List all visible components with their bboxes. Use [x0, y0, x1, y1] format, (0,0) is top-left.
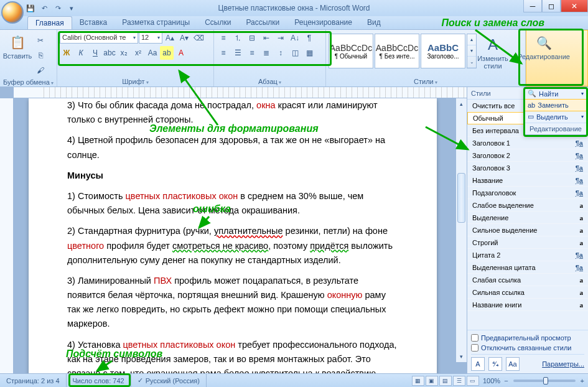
save-icon[interactable]: 💾 — [25, 2, 36, 14]
style-row[interactable]: Строгийa — [467, 236, 588, 249]
new-style-icon[interactable]: A — [471, 357, 485, 371]
font-size-combo[interactable]: 12 — [139, 31, 162, 44]
vertical-ruler[interactable] — [0, 98, 14, 373]
linked-checkbox[interactable]: Отключить связанные стили — [471, 343, 584, 353]
strike-button[interactable]: abc — [103, 46, 116, 60]
numbering-button[interactable]: ⒈ — [231, 31, 245, 45]
qat-customize-icon[interactable]: ▾ — [66, 2, 77, 14]
style-row[interactable]: Выделениеa — [467, 212, 588, 224]
subscript-button[interactable]: x₂ — [117, 46, 131, 60]
editing-button[interactable]: 🔍 Редактирование — [529, 32, 559, 63]
multilevel-button[interactable]: ⊟ — [245, 31, 259, 45]
tab-insert[interactable]: Вставка — [72, 16, 115, 29]
bold-button[interactable]: Ж — [60, 46, 73, 60]
superscript-button[interactable]: x² — [131, 46, 145, 60]
undo-icon[interactable]: ↶ — [39, 2, 50, 14]
style-row[interactable]: Слабая ссылкаa — [467, 274, 588, 286]
style-nospacing[interactable]: AaBbCcDc ¶ Без инте... — [375, 34, 419, 68]
minimize-button[interactable]: ─ — [523, 0, 542, 12]
style-row[interactable]: Подзаголовок¶a — [467, 187, 588, 199]
style-row[interactable]: Заголовок 2¶a — [467, 149, 588, 162]
cut-icon[interactable]: ✂ — [34, 34, 47, 47]
preview-checkbox[interactable]: Предварительный просмотр — [471, 333, 584, 343]
page-indicator[interactable]: Страница: 2 из 4 — [0, 374, 67, 387]
zoom-slider[interactable] — [513, 380, 576, 382]
styles-options-link[interactable]: Параметры... — [542, 360, 584, 368]
highlight-button[interactable]: ab — [160, 46, 174, 60]
scroll-up-icon[interactable]: ▴ — [456, 98, 467, 110]
align-center-button[interactable]: ☰ — [231, 46, 245, 60]
select-button[interactable]: ▭Выделить▾ — [525, 111, 587, 123]
show-marks-button[interactable]: ¶ — [302, 31, 316, 45]
zoom-value[interactable]: 100% — [483, 377, 500, 385]
indent-inc-button[interactable]: ⇥ — [274, 31, 287, 45]
tab-review[interactable]: Рецензирование — [287, 16, 360, 29]
underline-button[interactable]: Ч — [88, 46, 102, 60]
style-row[interactable]: Название¶a — [467, 174, 588, 187]
manage-styles-icon[interactable]: Aa — [506, 357, 520, 371]
style-row[interactable]: Название книгиa — [467, 299, 588, 311]
vertical-scrollbar[interactable]: ▴ ▾ — [455, 98, 467, 362]
tab-references[interactable]: Ссылки — [197, 16, 238, 29]
scrollbar-thumb[interactable] — [457, 173, 465, 223]
style-normal[interactable]: AaBbCcDc ¶ Обычный — [329, 34, 373, 68]
borders-button[interactable]: ▦ — [302, 46, 316, 60]
tab-view[interactable]: Вид — [360, 16, 388, 29]
redo-icon[interactable]: ↷ — [52, 2, 63, 14]
tab-home[interactable]: Главная — [27, 16, 72, 29]
language-indicator[interactable]: ✓Русский (Россия) — [131, 374, 207, 387]
style-heading1[interactable]: AaBbC Заголово... — [421, 34, 465, 68]
titlebar: 💾 ↶ ↷ ▾ Цветные пластиковые окна - Micro… — [0, 0, 588, 16]
clear-format-icon[interactable]: ⌫ — [192, 31, 205, 45]
style-row[interactable]: Сильная ссылкаa — [467, 286, 588, 299]
document-page[interactable]: 3) Что бы облик фасада дома не пострадал… — [29, 98, 437, 373]
font-name-combo[interactable]: Calibri (Основной те — [60, 31, 138, 44]
justify-button[interactable]: ≣ — [259, 46, 273, 60]
view-fullscreen[interactable]: ▣ — [426, 376, 438, 386]
change-case-button[interactable]: Aa — [146, 46, 159, 60]
style-gallery-nav[interactable]: ▴▾⌄ — [467, 34, 477, 68]
tab-mailings[interactable]: Рассылки — [238, 16, 287, 29]
zoom-in-button[interactable]: + — [581, 377, 584, 385]
scroll-down-icon[interactable]: ▾ — [456, 351, 467, 362]
style-row[interactable]: Заголовок 3¶a — [467, 162, 588, 174]
format-painter-icon[interactable]: 🖌 — [34, 63, 47, 77]
grow-font-icon[interactable]: A▴ — [163, 31, 177, 45]
group-clipboard-label: Буфер обмена — [2, 77, 54, 87]
bullets-button[interactable]: ≡ — [217, 31, 230, 45]
font-color-button[interactable]: A — [174, 46, 188, 60]
view-web[interactable]: ▤ — [439, 376, 452, 386]
style-row[interactable]: Выделенная цитата¶a — [467, 261, 588, 274]
style-row[interactable]: Цитата 2¶a — [467, 249, 588, 261]
zoom-out-button[interactable]: − — [504, 377, 508, 385]
style-row[interactable]: Слабое выделениеa — [467, 199, 588, 212]
line-spacing-button[interactable]: ↕ — [274, 46, 287, 60]
horizontal-ruler[interactable] — [14, 87, 467, 98]
view-outline[interactable]: ☰ — [453, 376, 465, 386]
change-styles-button[interactable]: A Изменить стили — [478, 34, 508, 72]
italic-button[interactable]: К — [74, 46, 88, 60]
find-button[interactable]: 🔍Найти▾ — [525, 88, 587, 100]
statusbar: Страница: 2 из 4 Число слов: 742 ✓Русски… — [0, 373, 588, 387]
shading-button[interactable]: ◫ — [288, 46, 302, 60]
word-count[interactable]: Число слов: 742 — [67, 374, 131, 387]
style-row[interactable]: Заголовок 1¶a — [467, 137, 588, 149]
style-row[interactable]: Сильное выделениеa — [467, 224, 588, 236]
tab-layout[interactable]: Разметка страницы — [114, 16, 197, 29]
close-button[interactable]: ✕ — [561, 0, 588, 12]
group-font-label: Шрифт — [60, 77, 211, 86]
view-draft[interactable]: ▭ — [467, 376, 479, 386]
sort-button[interactable]: A↓ — [288, 31, 302, 45]
shrink-font-icon[interactable]: A▾ — [177, 31, 191, 45]
style-inspector-icon[interactable]: ⁴⁄₄ — [488, 357, 502, 371]
replace-button[interactable]: abЗаменить — [524, 99, 587, 111]
maximize-button[interactable]: ◻ — [542, 0, 561, 12]
view-print-layout[interactable]: ▦ — [412, 376, 424, 386]
align-left-button[interactable]: ≡ — [217, 46, 230, 60]
indent-dec-button[interactable]: ⇤ — [259, 31, 273, 45]
office-button[interactable] — [1, 1, 24, 24]
align-right-button[interactable]: ≡ — [245, 46, 259, 60]
copy-icon[interactable]: ⎘ — [34, 49, 47, 62]
paste-button[interactable]: 📋 Вставить — [2, 31, 32, 62]
window-title: Цветные пластиковые окна - Microsoft Wor… — [218, 4, 370, 12]
